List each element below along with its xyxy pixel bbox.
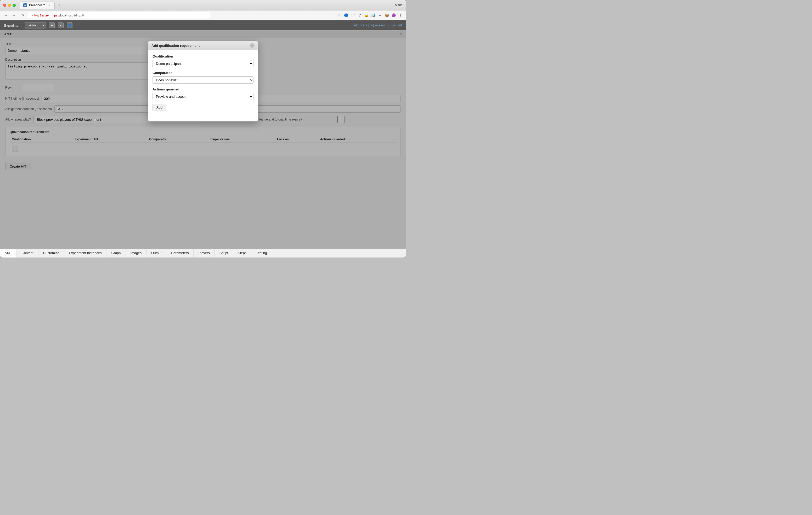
tab-steps[interactable]: Steps [233,249,252,258]
app-content: Experiment Demo + × 👤 mark.mcknight@yale… [0,20,406,258]
url-path: localhost:9443/#/ [60,13,84,17]
tab-favicon: B [23,3,27,7]
logout-button[interactable]: Log out [392,24,402,27]
modal-close-button[interactable]: × [250,43,255,48]
forward-button[interactable]: → [11,12,17,19]
modal-actions-label: Actions guarded [152,87,254,91]
security-icon: ⚠ [31,13,33,17]
experiment-select[interactable]: Demo [25,22,46,29]
close-window-button[interactable] [3,4,6,7]
tab-script[interactable]: Script [215,249,233,258]
header-separator: | [388,24,389,27]
tab-content[interactable]: Content [17,249,38,258]
modal-actions-field: Actions guarded Preview and accept Accep… [152,87,254,100]
modal-close-icon: × [252,44,253,47]
user-name: Mark [395,3,402,7]
modal-comparator-select[interactable]: Does not exist Exists EqualTo NotEqualTo… [152,76,254,84]
back-button[interactable]: ← [3,12,9,19]
extension-icon-1[interactable]: 🔵 [343,12,349,18]
browser-window: B Breadboard × + Mark ← → ↻ ⚠ Not Secure… [0,0,406,258]
remove-experiment-button[interactable]: × [58,23,64,28]
modal-body: Qualification Demo participant Worker_Nu… [148,50,258,115]
modal-overlay: Add qualification requirement × Qualific… [0,30,406,249]
browser-tab[interactable]: B Breadboard × [20,2,55,9]
extension-icon-8[interactable]: 🟣 [391,12,397,18]
modal-actions-select[interactable]: Preview and accept Accept Preview [152,93,254,100]
extension-icon-6[interactable]: ↩ [377,12,383,18]
extension-icon-4[interactable]: 🔒 [364,12,369,18]
extension-icon-7[interactable]: 📦 [384,12,390,18]
tab-output[interactable]: Output [146,249,166,258]
main-area: AMT × Title Description Testing previous… [0,30,406,249]
reload-button[interactable]: ↻ [19,12,26,19]
tab-amt[interactable]: AMT [0,249,17,258]
modal-comparator-label: Comparator [152,71,254,75]
modal-add-button[interactable]: Add [152,104,166,111]
address-bar[interactable]: ⚠ Not Secure https://localhost:9443/#/ [28,12,211,19]
modal-qualification-select[interactable]: Demo participant Worker_NumberHITsApprov… [152,60,254,67]
add-experiment-button[interactable]: + [49,23,55,28]
tab-testing[interactable]: Testing [252,249,272,258]
modal-comparator-field: Comparator Does not exist Exists EqualTo… [152,71,254,84]
extension-icon-3[interactable]: ⏱ [357,12,362,18]
modal-header: Add qualification requirement × [148,41,258,50]
app-header: Experiment Demo + × 👤 mark.mcknight@yale… [0,20,406,30]
maximize-window-button[interactable] [12,4,16,7]
url-prefix: https:// [51,13,60,17]
not-secure-label: Not Secure [34,14,49,17]
extension-icon-2[interactable]: 🛡 [350,12,356,18]
modal-qualification-field: Qualification Demo participant Worker_Nu… [152,54,254,67]
tab-players[interactable]: Players [194,249,214,258]
menu-button[interactable]: ⋮ [398,12,403,18]
bookmark-icon[interactable]: ☆ [337,12,342,18]
tab-parameters[interactable]: Parameters [166,249,194,258]
tab-images[interactable]: Images [126,249,147,258]
user-email-link[interactable]: mark.mcknight@yale.edu [351,24,386,27]
modal-qualification-label: Qualification [152,54,254,58]
tab-graph[interactable]: Graph [107,249,125,258]
minimize-window-button[interactable] [8,4,11,7]
tab-title: Breadboard [29,3,46,7]
nav-right-icons: ☆ 🔵 🛡 ⏱ 🔒 📊 ↩ 📦 🟣 ⋮ [337,12,403,18]
header-right: mark.mcknight@yale.edu | Log out [351,24,402,27]
modal-title: Add qualification requirement [151,44,200,48]
settings-button[interactable]: 👤 [67,23,72,28]
add-qualification-modal: Add qualification requirement × Qualific… [148,41,258,122]
traffic-lights [3,4,16,7]
extension-icon-5[interactable]: 📊 [370,12,376,18]
browser-tab-bar: B Breadboard × + [20,2,63,9]
new-tab-button[interactable]: + [56,2,63,9]
url-display: https://localhost:9443/#/ [51,13,84,17]
experiment-label: Experiment [4,24,22,27]
tab-close-button[interactable]: × [48,3,51,7]
title-bar: B Breadboard × + Mark [0,0,406,10]
tab-customize[interactable]: Customize [38,249,64,258]
nav-bar: ← → ↻ ⚠ Not Secure https://localhost:944… [0,10,406,20]
bottom-tabs: AMT Content Customize Experiment Instanc… [0,249,406,258]
modal-footer [148,115,258,121]
tab-experiment-instances[interactable]: Experiment Instances [64,249,107,258]
